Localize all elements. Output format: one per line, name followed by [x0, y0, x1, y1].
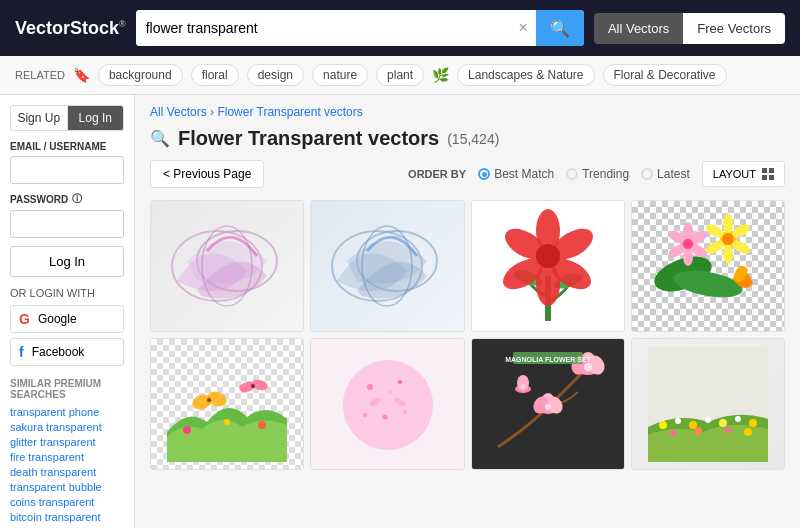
content-area: All Vectors › Flower Transparent vectors… [135, 95, 800, 528]
image-card-8[interactable] [631, 338, 785, 470]
layout-label: LAYOUT [713, 168, 756, 180]
image-thumb-6 [311, 339, 463, 469]
login-button[interactable]: Log In [10, 246, 124, 277]
image-card-3[interactable] [471, 200, 625, 332]
similar-link-3[interactable]: glitter transparent [10, 436, 124, 448]
similar-link-1[interactable]: transparent phone [10, 406, 124, 418]
image-card-5[interactable] [150, 338, 304, 470]
radio-trending-circle [566, 168, 578, 180]
svg-point-36 [207, 398, 211, 402]
radio-latest-circle [641, 168, 653, 180]
page-title: 🔍 Flower Transparent vectors (15,424) [150, 127, 785, 150]
search-input[interactable] [136, 10, 511, 46]
image-card-4[interactable] [631, 200, 785, 332]
search-clear-button[interactable]: × [511, 19, 536, 37]
or-login-label: OR LOGIN WITH [10, 287, 124, 299]
image-card-1[interactable] [150, 200, 304, 332]
password-input[interactable] [10, 210, 124, 238]
google-label: Google [38, 312, 77, 326]
breadcrumb-home[interactable]: All Vectors [150, 105, 207, 119]
email-label: EMAIL / USERNAME [10, 141, 124, 152]
similar-title: SIMILAR PREMIUM SEARCHES [10, 378, 124, 400]
email-input[interactable] [10, 156, 124, 184]
tag-plant[interactable]: plant [376, 64, 424, 86]
svg-point-77 [725, 427, 731, 433]
tag-floral-decorative[interactable]: Floral & Decorative [603, 64, 727, 86]
image-card-2[interactable] [310, 200, 464, 332]
svg-point-47 [403, 410, 407, 414]
svg-point-27 [683, 222, 693, 240]
layout-button[interactable]: LAYOUT [702, 161, 785, 187]
svg-point-25 [722, 233, 734, 245]
svg-point-73 [735, 416, 741, 422]
order-latest[interactable]: Latest [641, 167, 690, 181]
order-by-label: ORDER BY [408, 168, 466, 180]
signup-tab[interactable]: Sign Up [10, 105, 67, 131]
result-count: (15,424) [447, 131, 499, 147]
radio-best-match-circle [478, 168, 490, 180]
svg-point-45 [398, 380, 402, 384]
image-thumb-7: MAGNOLIA FLOWER SET [472, 339, 624, 469]
svg-point-69 [675, 418, 681, 424]
svg-point-15 [536, 244, 560, 268]
google-icon: G [19, 311, 30, 327]
similar-section: SIMILAR PREMIUM SEARCHES transparent pho… [10, 378, 124, 523]
svg-point-72 [719, 419, 727, 427]
facebook-login-button[interactable]: f Facebook [10, 338, 124, 366]
image-thumb-2 [311, 201, 463, 331]
controls-bar: < Previous Page ORDER BY Best Match Tren… [150, 160, 785, 188]
image-card-6[interactable] [310, 338, 464, 470]
svg-point-74 [749, 419, 757, 427]
all-vectors-button[interactable]: All Vectors [594, 13, 683, 44]
svg-point-46 [382, 414, 387, 419]
similar-link-7[interactable]: coins transparent [10, 496, 124, 508]
breadcrumb-current[interactable]: Flower Transparent vectors [217, 105, 362, 119]
tag-icon-2: 🌿 [432, 67, 449, 83]
svg-point-68 [659, 421, 667, 429]
main-area: Sign Up Log In EMAIL / USERNAME PASSWORD… [0, 95, 800, 528]
svg-point-44 [367, 384, 373, 390]
similar-link-8[interactable]: bitcoin transparent [10, 511, 124, 523]
tag-design[interactable]: design [247, 64, 304, 86]
tag-background[interactable]: background [98, 64, 183, 86]
order-trending[interactable]: Trending [566, 167, 629, 181]
logo-sup: ® [119, 19, 126, 29]
page-title-text: Flower Transparent vectors [178, 127, 439, 150]
tag-floral[interactable]: floral [191, 64, 239, 86]
google-login-button[interactable]: G Google [10, 305, 124, 333]
image-card-7[interactable]: MAGNOLIA FLOWER SET [471, 338, 625, 470]
image-thumb-1 [151, 201, 303, 331]
svg-point-76 [694, 427, 702, 435]
svg-point-61 [545, 404, 551, 410]
image-thumb-3 [472, 201, 624, 331]
similar-link-6[interactable]: transparent bubble [10, 481, 124, 493]
tag-landscapes[interactable]: Landscapes & Nature [457, 64, 594, 86]
tag-nature[interactable]: nature [312, 64, 368, 86]
similar-link-2[interactable]: sakura transparent [10, 421, 124, 433]
order-best-match[interactable]: Best Match [478, 167, 554, 181]
svg-point-71 [705, 417, 711, 423]
similar-link-4[interactable]: fire transparent [10, 451, 124, 463]
facebook-icon: f [19, 344, 24, 360]
radio-dot [482, 172, 487, 177]
svg-point-33 [683, 239, 693, 249]
svg-point-78 [744, 428, 752, 436]
svg-point-48 [363, 413, 367, 417]
breadcrumb: All Vectors › Flower Transparent vectors [150, 105, 785, 119]
svg-point-40 [183, 426, 191, 434]
svg-point-19 [723, 214, 733, 234]
order-controls: ORDER BY Best Match Trending Latest LAYO [408, 161, 785, 187]
free-vectors-button[interactable]: Free Vectors [683, 13, 785, 44]
svg-point-41 [224, 419, 230, 425]
svg-point-56 [584, 363, 592, 371]
login-tab[interactable]: Log In [67, 105, 125, 131]
search-button[interactable]: 🔍 [536, 10, 584, 46]
prev-page-button[interactable]: < Previous Page [150, 160, 264, 188]
similar-link-5[interactable]: death transparent [10, 466, 124, 478]
svg-point-30 [683, 248, 693, 266]
svg-point-43 [343, 360, 433, 450]
svg-point-49 [388, 390, 392, 394]
tags-bar: RELATED 🔖 background floral design natur… [0, 56, 800, 95]
svg-point-42 [258, 421, 266, 429]
image-thumb-5 [151, 339, 303, 469]
